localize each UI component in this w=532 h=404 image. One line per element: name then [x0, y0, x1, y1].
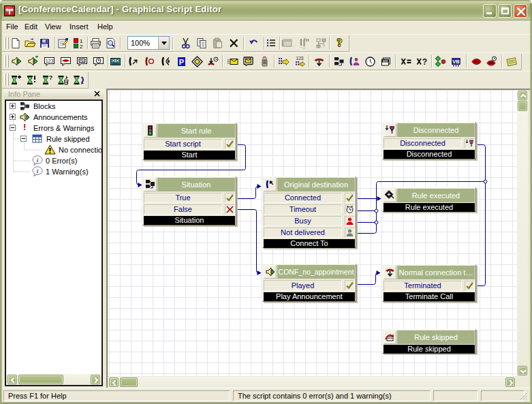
svg-text:VB: VB: [452, 59, 460, 65]
svg-text:Ho: Ho: [80, 59, 84, 63]
svg-text:123: 123: [296, 56, 304, 61]
svg-text:2: 2: [80, 44, 83, 49]
svg-text:?: ?: [422, 57, 427, 67]
svg-text:?: ?: [356, 58, 358, 62]
svg-text:?: ?: [49, 74, 53, 81]
svg-text:P: P: [179, 58, 184, 66]
svg-text:123: 123: [46, 59, 54, 63]
svg-text:?: ?: [337, 37, 343, 48]
svg-text:Ho: Ho: [384, 59, 388, 63]
svg-text:?: ?: [322, 44, 325, 48]
